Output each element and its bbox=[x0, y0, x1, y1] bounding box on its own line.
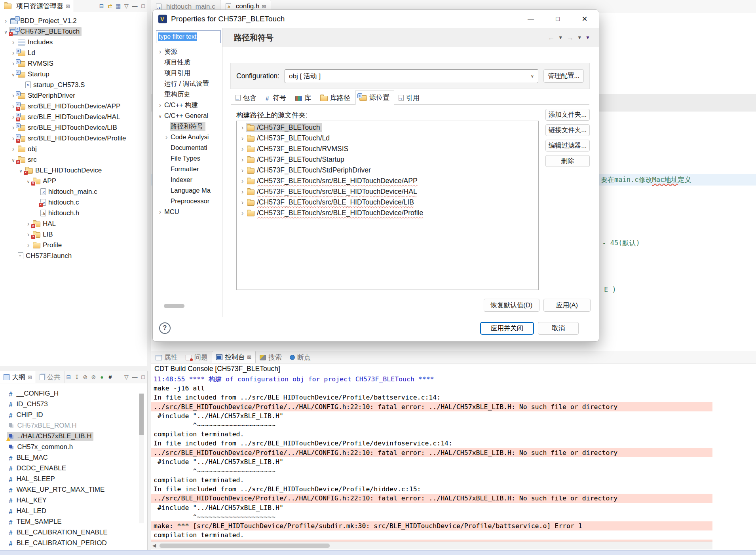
tree-item[interactable]: hidtouch.c bbox=[0, 197, 147, 208]
expander-icon[interactable] bbox=[239, 198, 246, 206]
source-folders-list[interactable]: /CH573F_BLETouch /CH573F_BLETouch/Ld /CH… bbox=[236, 121, 539, 290]
tree-scrollbar-thumb[interactable] bbox=[164, 304, 184, 308]
tree-item[interactable]: BDD_Project_V1.2 bbox=[0, 15, 147, 26]
tree-item[interactable]: obj bbox=[0, 144, 147, 154]
source-folder-item[interactable]: /CH573F_BLETouch/src/BLE_HIDTouchDevice/… bbox=[237, 186, 538, 197]
outline-item[interactable]: TEM_SAMPLE bbox=[0, 516, 147, 527]
settings-tree-item[interactable]: 路径和符号 bbox=[154, 121, 221, 132]
hide-non-public-icon[interactable]: ● bbox=[98, 374, 106, 380]
expander-icon[interactable] bbox=[157, 208, 163, 216]
expander-icon[interactable] bbox=[239, 166, 246, 174]
tree-item[interactable]: RVMSIS bbox=[0, 58, 147, 69]
expander-icon[interactable] bbox=[239, 123, 246, 132]
outline-item[interactable]: __CONFIG_H bbox=[0, 388, 147, 399]
tree-item[interactable]: CH573F_BLETouch bbox=[0, 26, 147, 37]
forward-history-icon[interactable]: ▼ bbox=[577, 35, 582, 40]
scrollbar-thumb[interactable] bbox=[139, 394, 144, 435]
settings-tree-item[interactable]: Indexer bbox=[154, 174, 221, 185]
help-button[interactable]: ? bbox=[159, 322, 171, 334]
maximize-icon[interactable]: □ bbox=[554, 15, 562, 23]
forward-icon[interactable]: → bbox=[566, 34, 574, 42]
outline-item[interactable]: DCDC_ENABLE bbox=[0, 463, 147, 474]
outline-item[interactable]: WAKE_UP_RTC_MAX_TIME bbox=[0, 484, 147, 495]
link-with-editor-icon[interactable]: ⇄ bbox=[106, 3, 114, 9]
back-icon[interactable]: ← bbox=[547, 34, 555, 42]
expander-icon[interactable] bbox=[239, 134, 246, 142]
sort-alpha-icon[interactable]: ↧ bbox=[73, 374, 81, 380]
console-output[interactable]: 11:48:55 **** 构建 of configuration obj fo… bbox=[151, 375, 712, 543]
expander-icon[interactable] bbox=[157, 112, 163, 119]
settings-tree-item[interactable]: Language Ma bbox=[154, 185, 221, 196]
apply-and-close-button[interactable]: 应用并关闭 bbox=[480, 322, 534, 335]
expander-icon[interactable] bbox=[163, 133, 170, 141]
folder-action-button[interactable]: 删除 bbox=[545, 155, 590, 167]
tree-item[interactable]: StdPeriphDriver bbox=[0, 90, 147, 101]
folder-action-button[interactable]: 链接文件夹... bbox=[545, 124, 590, 136]
view-menu-icon[interactable]: ▽ bbox=[122, 3, 131, 9]
page-tab[interactable]: 符号 bbox=[261, 91, 291, 105]
page-tab[interactable]: 引用 bbox=[394, 91, 424, 105]
settings-tree-item[interactable]: Code Analysi bbox=[154, 132, 221, 142]
source-folder-item[interactable]: /CH573F_BLETouch/Startup bbox=[237, 154, 538, 165]
configuration-select[interactable]: obj [ 活动 ] ∨ bbox=[285, 69, 538, 83]
expander-icon[interactable] bbox=[239, 209, 246, 217]
view-menu-icon[interactable]: ▼ bbox=[585, 35, 590, 40]
cancel-button[interactable]: 取消 bbox=[538, 322, 579, 335]
page-tab[interactable]: 包含 bbox=[231, 91, 261, 105]
filter-input[interactable]: type filter text bbox=[156, 30, 221, 43]
tree-item[interactable]: src/BLE_HIDTouchDevice/LIB bbox=[0, 122, 147, 133]
expander-icon[interactable] bbox=[239, 145, 246, 153]
outline-item[interactable]: HAL_SLEEP bbox=[0, 474, 147, 484]
tree-item[interactable]: HAL bbox=[0, 218, 147, 229]
tree-item[interactable]: LIB bbox=[0, 229, 147, 240]
hide-static-icon[interactable]: ⊘ bbox=[89, 374, 98, 380]
expander-icon[interactable] bbox=[157, 101, 163, 109]
expander-icon[interactable] bbox=[10, 38, 17, 46]
apply-button[interactable]: 应用(A) bbox=[543, 299, 591, 312]
tree-item[interactable]: Includes bbox=[0, 37, 147, 47]
tree-item[interactable]: Profile bbox=[0, 240, 147, 250]
minimize-icon[interactable]: — bbox=[131, 374, 139, 380]
tab-outline[interactable]: 大纲 ⊠ bbox=[0, 371, 36, 383]
console-tab[interactable]: 属性 ⊠ bbox=[152, 352, 182, 363]
tree-item[interactable]: hidtouch.h bbox=[0, 208, 147, 218]
expander-icon[interactable] bbox=[157, 48, 163, 55]
minimize-icon[interactable]: — bbox=[527, 15, 535, 23]
maximize-icon[interactable]: □ bbox=[139, 374, 147, 380]
console-tab[interactable]: 断点 ⊠ bbox=[286, 352, 315, 363]
source-folder-item[interactable]: /CH573F_BLETouch/src/BLE_HIDTouchDevice/… bbox=[237, 197, 538, 208]
console-tab[interactable]: 问题 ⊠ bbox=[182, 352, 212, 363]
outline-item[interactable]: BLE_CALIBRATION_PERIOD bbox=[0, 538, 147, 548]
tab-common[interactable]: 公共 bbox=[36, 371, 65, 383]
tree-item[interactable]: Startup bbox=[0, 69, 147, 80]
custom-filter-icon[interactable]: # bbox=[106, 374, 114, 380]
scroll-left-arrow-icon[interactable]: ◀ bbox=[152, 543, 156, 548]
expander-icon[interactable] bbox=[239, 177, 246, 185]
settings-tree-item[interactable]: C/C++ General bbox=[154, 110, 221, 121]
view-menu-icon[interactable]: ▽ bbox=[122, 374, 131, 380]
console-tab[interactable]: 搜索 ⊠ bbox=[256, 352, 286, 363]
back-history-icon[interactable]: ▼ bbox=[558, 35, 563, 40]
settings-tree-item[interactable]: MCU bbox=[154, 206, 221, 217]
outline-item[interactable]: ID_CH573 bbox=[0, 399, 147, 409]
close-icon[interactable]: ⊠ bbox=[247, 354, 251, 360]
hide-fields-icon[interactable]: ⊘ bbox=[81, 374, 89, 380]
close-icon[interactable]: ⊠ bbox=[28, 374, 32, 380]
tree-item[interactable]: hidtouch_main.c bbox=[0, 186, 147, 197]
page-tab[interactable]: 库 bbox=[291, 91, 316, 105]
source-folder-item[interactable]: /CH573F_BLETouch/src/BLE_HIDTouchDevice/… bbox=[237, 176, 538, 186]
close-icon[interactable]: ✕ bbox=[581, 15, 589, 23]
expander-icon[interactable] bbox=[239, 188, 246, 196]
tree-item[interactable]: APP bbox=[0, 176, 147, 186]
settings-tree-item[interactable]: 运行 / 调试设置 bbox=[154, 78, 221, 89]
settings-tree-item[interactable]: 项目性质 bbox=[154, 57, 221, 68]
expander-icon[interactable] bbox=[10, 145, 17, 153]
outline-item[interactable]: CH57x_common.h bbox=[0, 441, 147, 452]
settings-tree-item[interactable]: Formatter bbox=[154, 164, 221, 174]
expander-icon[interactable] bbox=[239, 155, 246, 164]
source-folder-item[interactable]: /CH573F_BLETouch bbox=[237, 122, 538, 133]
expander-icon[interactable] bbox=[2, 17, 9, 25]
tab-project-explorer[interactable]: 项目资源管理器 ⊠ bbox=[0, 0, 74, 12]
tree-item[interactable]: startup_CH573.S bbox=[0, 80, 147, 90]
source-folder-item[interactable]: /CH573F_BLETouch/src/BLE_HIDTouchDevice/… bbox=[237, 208, 538, 218]
